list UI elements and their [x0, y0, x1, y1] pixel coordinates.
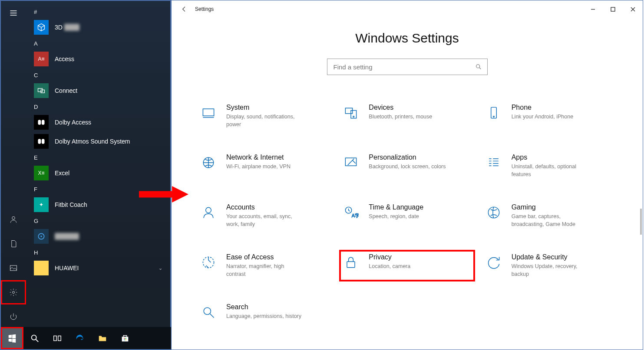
- svg-point-31: [488, 207, 499, 218]
- close-button[interactable]: [623, 0, 643, 18]
- start-button[interactable]: [1, 327, 23, 349]
- cat-devices-title: Devices: [369, 104, 432, 111]
- svg-rect-15: [125, 338, 126, 339]
- cat-update-title: Update & Security: [512, 253, 590, 261]
- cat-gaming[interactable]: GamingGame bar, captures, broadcasting, …: [483, 201, 617, 231]
- svg-point-11: [32, 335, 36, 340]
- app-3d[interactable]: 3D xxxxx: [30, 18, 166, 37]
- taskbar: [1, 327, 172, 349]
- rail-account[interactable]: [1, 207, 26, 232]
- nav-expand-button[interactable]: [1, 1, 26, 25]
- search-input[interactable]: [333, 63, 475, 71]
- app-huawei-label: HUAWEI: [55, 265, 79, 271]
- svg-rect-12: [54, 336, 56, 340]
- letter-header-c[interactable]: C: [30, 69, 166, 81]
- cat-ease[interactable]: Ease of AccessNarrator, magnifier, high …: [198, 251, 331, 281]
- letter-header-e[interactable]: E: [30, 151, 166, 164]
- cat-system[interactable]: SystemDisplay, sound, notifications, pow…: [198, 101, 331, 131]
- power-icon: [9, 312, 18, 321]
- taskbar-search[interactable]: [23, 327, 46, 349]
- taskbar-taskview[interactable]: [46, 327, 69, 349]
- maximize-button[interactable]: [603, 0, 623, 18]
- app-dolby-atmos[interactable]: Dolby Atmos Sound System: [30, 132, 166, 151]
- app-excel[interactable]: X≡ Excel: [30, 164, 166, 183]
- cat-devices[interactable]: DevicesBluetooth, printers, mouse: [340, 101, 474, 131]
- dolby-icon: [34, 134, 49, 149]
- cat-phone-desc: Link your Android, iPhone: [512, 113, 573, 121]
- letter-header-d[interactable]: D: [30, 100, 166, 113]
- cat-personalization[interactable]: PersonalizationBackground, lock screen, …: [340, 151, 474, 181]
- svg-point-25: [493, 116, 494, 118]
- letter-header-a[interactable]: A: [30, 37, 166, 49]
- svg-rect-33: [347, 262, 355, 268]
- rail-settings[interactable]: [1, 280, 26, 304]
- phone-icon: [485, 104, 503, 122]
- search-cat-icon: [199, 303, 218, 321]
- user-icon: [9, 215, 18, 224]
- cat-privacy[interactable]: PrivacyLocation, camera: [340, 251, 474, 281]
- svg-rect-7: [38, 139, 41, 144]
- taskbar-edge[interactable]: [69, 327, 91, 349]
- svg-point-23: [353, 116, 354, 118]
- app-excel-label: Excel: [55, 170, 69, 177]
- svg-rect-13: [58, 336, 61, 340]
- close-icon: [631, 7, 635, 12]
- folder-icon: [98, 334, 107, 343]
- cat-network-desc: Wi-Fi, airplane mode, VPN: [226, 163, 291, 171]
- app-3d-label: 3D: [55, 24, 63, 31]
- svg-point-34: [204, 307, 211, 314]
- app-dolby-access[interactable]: Dolby Access: [30, 113, 166, 132]
- letter-header-h[interactable]: H: [30, 246, 166, 258]
- arrow-left-icon: [181, 6, 188, 13]
- rail-documents[interactable]: [1, 232, 26, 256]
- cat-update[interactable]: Update & SecurityWindows Update, recover…: [483, 251, 617, 281]
- cat-network[interactable]: Network & InternetWi-Fi, airplane mode, …: [198, 151, 331, 181]
- taskbar-store[interactable]: [114, 327, 136, 349]
- app-huawei[interactable]: HUAWEI ⌄: [30, 258, 166, 278]
- fitbit-icon: ✦: [34, 197, 49, 212]
- app-connect[interactable]: Connect: [30, 81, 166, 100]
- app-access[interactable]: A≡ Access: [30, 49, 166, 69]
- cat-time-desc: Speech, region, date: [369, 213, 423, 221]
- app-g[interactable]: xxxxxxxx: [30, 227, 166, 246]
- svg-rect-5: [38, 120, 41, 125]
- rail-pictures[interactable]: [1, 256, 26, 280]
- titlebar: Settings: [172, 0, 643, 18]
- letter-header-g[interactable]: G: [30, 214, 166, 227]
- cat-system-title: System: [226, 104, 304, 111]
- app-dolby-atmos-label: Dolby Atmos Sound System: [55, 138, 130, 145]
- minimize-button[interactable]: [583, 0, 603, 18]
- pictures-icon: [9, 264, 18, 272]
- cat-time[interactable]: A字 Time & LanguageSpeech, region, date: [340, 201, 474, 231]
- start-all-apps[interactable]: # 3D xxxxx A A≡ Access C Connect D Dolby…: [26, 1, 170, 327]
- search-box[interactable]: [327, 59, 488, 75]
- xbox-icon: [485, 203, 503, 222]
- disc-icon: [34, 229, 49, 244]
- cat-apps[interactable]: AppsUninstall, defaults, optional featur…: [483, 151, 617, 181]
- menu-icon: [9, 9, 18, 17]
- cat-search[interactable]: SearchLanguage, permissions, history: [198, 301, 331, 324]
- cat-accounts-title: Accounts: [226, 203, 304, 211]
- app-fitbit-label: Fitbit Coach: [55, 201, 87, 208]
- cat-privacy-desc: Location, camera: [369, 263, 410, 271]
- back-button[interactable]: [178, 6, 191, 13]
- access-icon: A≡: [34, 52, 49, 66]
- scrollbar[interactable]: [640, 209, 642, 235]
- app-fitbit[interactable]: ✦ Fitbit Coach: [30, 195, 166, 214]
- cat-network-title: Network & Internet: [226, 154, 291, 161]
- settings-categories: SystemDisplay, sound, notifications, pow…: [198, 101, 617, 324]
- app-dolby-access-label: Dolby Access: [55, 119, 91, 126]
- cube-icon: [34, 20, 49, 35]
- svg-rect-24: [491, 107, 496, 118]
- cat-time-title: Time & Language: [369, 203, 423, 211]
- dolby-icon: [34, 115, 49, 130]
- cat-accounts[interactable]: AccountsYour accounts, email, sync, work…: [198, 201, 331, 231]
- svg-point-28: [206, 207, 211, 213]
- letter-header-f[interactable]: F: [30, 183, 166, 195]
- svg-point-19: [476, 65, 479, 68]
- cat-phone[interactable]: PhoneLink your Android, iPhone: [483, 101, 617, 131]
- search-icon: [30, 334, 40, 343]
- taskbar-explorer[interactable]: [91, 327, 114, 349]
- rail-power[interactable]: [1, 304, 26, 329]
- letter-header-hash[interactable]: #: [30, 5, 166, 18]
